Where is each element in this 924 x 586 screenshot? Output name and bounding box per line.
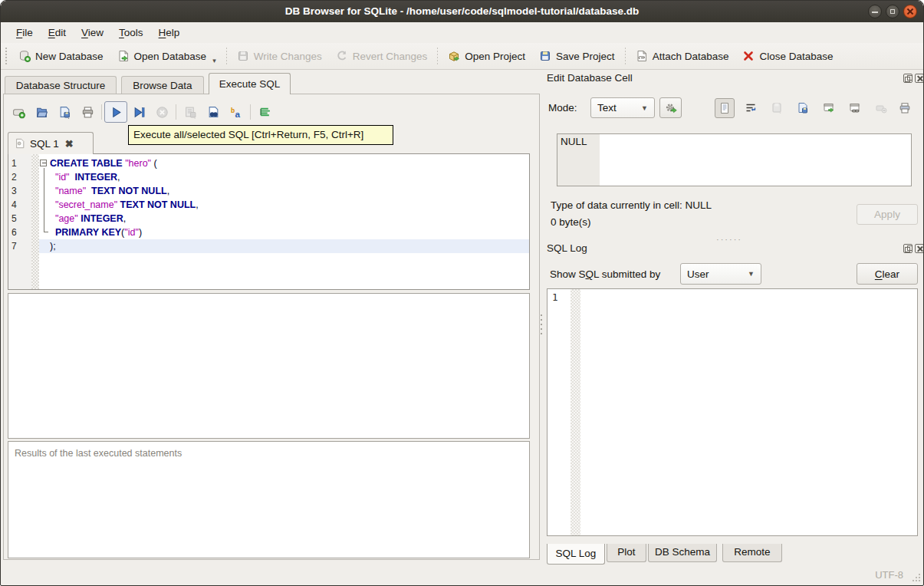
new-sql-tab-button[interactable]	[7, 101, 30, 123]
new-database-icon	[18, 50, 31, 62]
menu-file[interactable]: File	[8, 22, 41, 43]
editor-line[interactable]: 5 "age" INTEGER,	[8, 212, 529, 226]
float-dock-icon[interactable]	[903, 244, 912, 253]
menu-edit[interactable]: Edit	[41, 22, 74, 43]
open-sql-file-icon	[35, 106, 48, 119]
auto-switch-mode-button[interactable]	[659, 97, 682, 118]
cell-value-editor[interactable]: NULL	[557, 133, 912, 186]
minimize-button[interactable]	[868, 5, 882, 18]
sql-document-tab[interactable]: SQL 1 ✖	[8, 132, 94, 154]
set-null-button[interactable]	[871, 98, 891, 118]
menu-view[interactable]: View	[74, 22, 111, 43]
cell-value: NULL	[561, 136, 587, 147]
close-database-button[interactable]: Close Database	[735, 45, 840, 67]
toolbar-separator	[437, 48, 438, 64]
app-window: DB Browser for SQLite - /home/user/code/…	[0, 0, 924, 586]
results-grid[interactable]	[8, 293, 530, 439]
find-replace-button[interactable]	[202, 101, 225, 123]
execute-line-button[interactable]	[127, 101, 150, 123]
cell-mode-select[interactable]: Text▼	[590, 97, 655, 118]
attach-database-icon	[636, 50, 648, 62]
print-cell-button[interactable]	[895, 98, 915, 118]
cell-export-button[interactable]	[793, 98, 813, 118]
link-icon	[849, 102, 861, 114]
results-placeholder: Results of the last executed statements	[15, 448, 182, 459]
splitter-dock-sections[interactable]: ······	[714, 232, 745, 245]
revert-changes-button[interactable]: Revert Changes	[329, 45, 435, 67]
close-dock-icon[interactable]	[915, 244, 924, 253]
editor-line[interactable]: 6 PRIMARY KEY("id")	[8, 226, 529, 239]
dock-tab-db-schema[interactable]: DB Schema	[648, 544, 717, 562]
close-button[interactable]	[903, 5, 917, 18]
close-icon	[907, 8, 913, 15]
sql-toolbar-separator	[176, 104, 176, 120]
results-message[interactable]: Results of the last executed statements	[8, 441, 530, 558]
fold-marker	[39, 198, 50, 212]
new-database-button[interactable]: New Database	[12, 45, 110, 67]
stop-execution-button[interactable]	[150, 101, 173, 123]
tab-browse-data[interactable]: Browse Data	[121, 76, 204, 94]
save-project-button[interactable]: Save Project	[532, 45, 622, 67]
log-line-number: 1	[552, 291, 558, 303]
write-changes-button[interactable]: Write Changes	[230, 45, 329, 67]
close-sql-tab-icon[interactable]: ✖	[65, 138, 74, 150]
auto-complete-button[interactable]: ba	[225, 101, 248, 123]
cell-text-mode-button[interactable]	[715, 98, 735, 118]
log-filter-label: Show SQL submitted by	[550, 268, 660, 280]
format-sql-icon	[258, 106, 271, 119]
log-filter-select[interactable]: User▼	[680, 263, 761, 285]
print-sql-button[interactable]	[76, 101, 99, 123]
sql-toolbar-separator	[250, 104, 251, 120]
cell-word-wrap-button[interactable]	[741, 98, 761, 118]
open-external-button[interactable]	[819, 98, 839, 118]
format-sql-button[interactable]	[253, 101, 276, 123]
close-dock-icon[interactable]	[915, 74, 924, 83]
maximize-button[interactable]	[886, 5, 899, 18]
minimize-icon	[872, 12, 878, 13]
dock-tab-plot[interactable]: Plot	[607, 544, 646, 562]
editor-line[interactable]: 2 "id" INTEGER,	[8, 170, 529, 184]
open-database-dropdown-icon[interactable]: ▾	[212, 57, 216, 67]
save-results-button[interactable]	[179, 101, 202, 123]
print-icon	[899, 102, 911, 114]
clear-log-button[interactable]: Clear	[857, 263, 918, 285]
save-sql-file-button[interactable]	[53, 101, 76, 123]
execute-line-icon	[133, 106, 146, 119]
titlebar[interactable]: DB Browser for SQLite - /home/user/code/…	[1, 1, 923, 22]
editor-line[interactable]: 1CREATE TABLE "hero" (	[8, 156, 529, 170]
dock-tab-remote[interactable]: Remote	[722, 544, 782, 562]
open-project-button[interactable]: Open Project	[441, 45, 532, 67]
word-wrap-icon	[745, 102, 757, 114]
splitter-main-dock[interactable]	[539, 311, 543, 345]
cell-import-button[interactable]	[767, 98, 787, 118]
open-database-button[interactable]: Open Database ▾	[110, 45, 223, 67]
sql-editor[interactable]: 1CREATE TABLE "hero" (2 "id" INTEGER,3 "…	[8, 153, 530, 290]
execute-sql-page: ba SQL 1 ✖ 1CREATE TABLE "hero" (2 "id" …	[3, 94, 540, 560]
tab-database-structure[interactable]: Database Structure	[5, 76, 117, 94]
print-icon	[81, 106, 94, 119]
sql-log-view[interactable]: 1	[547, 288, 918, 536]
open-sql-file-button[interactable]	[30, 101, 53, 123]
fold-marker	[39, 184, 50, 198]
menu-help[interactable]: Help	[151, 22, 188, 43]
maximize-icon	[890, 9, 895, 14]
float-dock-icon[interactable]	[903, 74, 912, 83]
toolbar-drag-handle[interactable]	[4, 48, 8, 64]
execute-all-button[interactable]	[104, 101, 127, 123]
gear-icon	[664, 101, 678, 115]
editor-line[interactable]: 3 "name" TEXT NOT NULL,	[8, 184, 529, 198]
attach-database-button[interactable]: Attach Database	[629, 45, 736, 67]
copy-url-button[interactable]	[845, 98, 865, 118]
dock-tab-sql-log[interactable]: SQL Log	[547, 544, 605, 565]
menu-tools[interactable]: Tools	[111, 22, 151, 43]
editor-line[interactable]: 7);	[8, 239, 529, 253]
execute-tooltip: Execute all/selected SQL [Ctrl+Return, F…	[128, 125, 393, 145]
fold-margin	[39, 239, 50, 253]
mode-label: Mode:	[548, 102, 577, 114]
fold-marker[interactable]	[39, 156, 50, 170]
editor-line[interactable]: 4 "secret_name" TEXT NOT NULL,	[8, 198, 529, 212]
apply-button[interactable]: Apply	[857, 204, 918, 225]
chevron-down-icon: ▼	[641, 104, 648, 112]
resize-grip[interactable]	[912, 574, 920, 581]
tab-execute-sql[interactable]: Execute SQL	[209, 73, 291, 94]
